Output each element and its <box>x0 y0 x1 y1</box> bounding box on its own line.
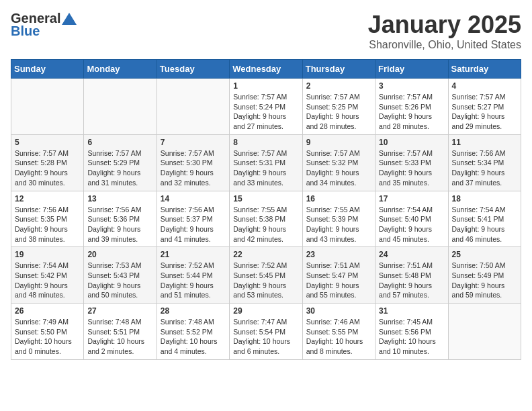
day-info: Sunrise: 7:57 AM Sunset: 5:27 PM Dayligh… <box>452 92 517 132</box>
calendar-day-cell: 23Sunrise: 7:51 AM Sunset: 5:47 PM Dayli… <box>302 247 375 304</box>
day-info: Sunrise: 7:46 AM Sunset: 5:55 PM Dayligh… <box>306 317 371 357</box>
day-info: Sunrise: 7:57 AM Sunset: 5:29 PM Dayligh… <box>87 148 152 188</box>
day-info: Sunrise: 7:45 AM Sunset: 5:56 PM Dayligh… <box>379 317 444 357</box>
weekday-header: Monday <box>84 60 157 79</box>
day-number: 6 <box>87 138 152 147</box>
day-info: Sunrise: 7:51 AM Sunset: 5:47 PM Dayligh… <box>306 261 371 300</box>
logo: General Blue <box>11 11 77 39</box>
day-number: 1 <box>233 81 298 91</box>
day-number: 5 <box>15 138 80 147</box>
calendar-day-cell: 3Sunrise: 7:57 AM Sunset: 5:26 PM Daylig… <box>375 79 448 135</box>
day-number: 8 <box>233 138 298 147</box>
day-info: Sunrise: 7:55 AM Sunset: 5:38 PM Dayligh… <box>233 205 298 244</box>
calendar-day-cell: 7Sunrise: 7:57 AM Sunset: 5:30 PM Daylig… <box>157 134 229 191</box>
calendar-day-cell: 6Sunrise: 7:57 AM Sunset: 5:29 PM Daylig… <box>84 134 157 191</box>
location-subtitle: Sharonville, Ohio, United States <box>368 39 521 51</box>
logo-icon <box>62 13 77 25</box>
day-info: Sunrise: 7:57 AM Sunset: 5:26 PM Dayligh… <box>379 92 444 132</box>
calendar-day-cell <box>448 304 521 360</box>
day-number: 2 <box>306 81 371 91</box>
calendar-day-cell: 20Sunrise: 7:53 AM Sunset: 5:43 PM Dayli… <box>84 247 157 304</box>
day-info: Sunrise: 7:51 AM Sunset: 5:48 PM Dayligh… <box>379 261 444 300</box>
day-number: 12 <box>15 194 80 203</box>
calendar-day-cell: 27Sunrise: 7:48 AM Sunset: 5:51 PM Dayli… <box>84 304 157 360</box>
calendar-day-cell: 30Sunrise: 7:46 AM Sunset: 5:55 PM Dayli… <box>302 304 375 360</box>
day-info: Sunrise: 7:49 AM Sunset: 5:50 PM Dayligh… <box>15 317 80 357</box>
day-number: 25 <box>452 250 517 259</box>
calendar-day-cell: 29Sunrise: 7:47 AM Sunset: 5:54 PM Dayli… <box>230 304 302 360</box>
weekday-header: Wednesday <box>230 60 302 79</box>
calendar-day-cell: 9Sunrise: 7:57 AM Sunset: 5:32 PM Daylig… <box>302 134 375 191</box>
day-info: Sunrise: 7:54 AM Sunset: 5:40 PM Dayligh… <box>379 205 444 244</box>
day-number: 15 <box>233 194 298 203</box>
calendar-day-cell: 22Sunrise: 7:52 AM Sunset: 5:45 PM Dayli… <box>230 247 302 304</box>
day-info: Sunrise: 7:52 AM Sunset: 5:44 PM Dayligh… <box>161 261 226 300</box>
calendar-day-cell: 24Sunrise: 7:51 AM Sunset: 5:48 PM Dayli… <box>375 247 448 304</box>
day-number: 16 <box>306 194 371 203</box>
calendar-week-row: 12Sunrise: 7:56 AM Sunset: 5:35 PM Dayli… <box>11 191 521 247</box>
logo-blue-text: Blue <box>11 24 40 39</box>
calendar-day-cell: 4Sunrise: 7:57 AM Sunset: 5:27 PM Daylig… <box>448 79 521 135</box>
calendar-day-cell: 1Sunrise: 7:57 AM Sunset: 5:24 PM Daylig… <box>230 79 302 135</box>
day-info: Sunrise: 7:57 AM Sunset: 5:30 PM Dayligh… <box>161 148 226 188</box>
day-info: Sunrise: 7:57 AM Sunset: 5:31 PM Dayligh… <box>233 148 298 188</box>
calendar-week-row: 5Sunrise: 7:57 AM Sunset: 5:28 PM Daylig… <box>11 134 521 191</box>
weekday-header: Friday <box>375 60 448 79</box>
calendar-week-row: 26Sunrise: 7:49 AM Sunset: 5:50 PM Dayli… <box>11 304 521 360</box>
day-number: 29 <box>233 306 298 316</box>
calendar-day-cell: 28Sunrise: 7:48 AM Sunset: 5:52 PM Dayli… <box>157 304 229 360</box>
day-info: Sunrise: 7:57 AM Sunset: 5:33 PM Dayligh… <box>379 148 444 188</box>
weekday-header: Thursday <box>302 60 375 79</box>
day-number: 14 <box>161 194 226 203</box>
calendar-day-cell: 11Sunrise: 7:56 AM Sunset: 5:34 PM Dayli… <box>448 134 521 191</box>
day-info: Sunrise: 7:48 AM Sunset: 5:52 PM Dayligh… <box>161 317 226 357</box>
day-number: 30 <box>306 306 371 316</box>
day-number: 28 <box>161 306 226 316</box>
svg-marker-0 <box>62 13 77 25</box>
day-number: 17 <box>379 194 444 203</box>
day-number: 22 <box>233 250 298 259</box>
weekday-header: Tuesday <box>157 60 229 79</box>
weekday-header-row: SundayMondayTuesdayWednesdayThursdayFrid… <box>11 60 521 79</box>
day-number: 21 <box>161 250 226 259</box>
calendar-day-cell: 31Sunrise: 7:45 AM Sunset: 5:56 PM Dayli… <box>375 304 448 360</box>
day-number: 10 <box>379 138 444 147</box>
calendar-day-cell <box>157 79 229 135</box>
calendar-day-cell: 5Sunrise: 7:57 AM Sunset: 5:28 PM Daylig… <box>11 134 84 191</box>
calendar-day-cell: 26Sunrise: 7:49 AM Sunset: 5:50 PM Dayli… <box>11 304 84 360</box>
calendar-day-cell: 2Sunrise: 7:57 AM Sunset: 5:25 PM Daylig… <box>302 79 375 135</box>
calendar-day-cell: 14Sunrise: 7:56 AM Sunset: 5:37 PM Dayli… <box>157 191 229 247</box>
day-info: Sunrise: 7:56 AM Sunset: 5:35 PM Dayligh… <box>15 205 80 244</box>
calendar-table: SundayMondayTuesdayWednesdayThursdayFrid… <box>11 59 521 360</box>
day-number: 24 <box>379 250 444 259</box>
day-number: 11 <box>452 138 517 147</box>
calendar-day-cell: 12Sunrise: 7:56 AM Sunset: 5:35 PM Dayli… <box>11 191 84 247</box>
calendar-day-cell: 15Sunrise: 7:55 AM Sunset: 5:38 PM Dayli… <box>230 191 302 247</box>
day-number: 23 <box>306 250 371 259</box>
day-info: Sunrise: 7:56 AM Sunset: 5:34 PM Dayligh… <box>452 148 517 188</box>
month-title: January 2025 <box>368 11 521 39</box>
calendar-day-cell: 16Sunrise: 7:55 AM Sunset: 5:39 PM Dayli… <box>302 191 375 247</box>
day-number: 9 <box>306 138 371 147</box>
calendar-day-cell <box>84 79 157 135</box>
day-info: Sunrise: 7:57 AM Sunset: 5:24 PM Dayligh… <box>233 92 298 132</box>
calendar-day-cell: 13Sunrise: 7:56 AM Sunset: 5:36 PM Dayli… <box>84 191 157 247</box>
calendar-day-cell: 19Sunrise: 7:54 AM Sunset: 5:42 PM Dayli… <box>11 247 84 304</box>
calendar-day-cell: 17Sunrise: 7:54 AM Sunset: 5:40 PM Dayli… <box>375 191 448 247</box>
day-info: Sunrise: 7:56 AM Sunset: 5:37 PM Dayligh… <box>161 205 226 244</box>
day-info: Sunrise: 7:47 AM Sunset: 5:54 PM Dayligh… <box>233 317 298 357</box>
day-info: Sunrise: 7:57 AM Sunset: 5:28 PM Dayligh… <box>15 148 80 188</box>
weekday-header: Saturday <box>448 60 521 79</box>
day-info: Sunrise: 7:55 AM Sunset: 5:39 PM Dayligh… <box>306 205 371 244</box>
calendar-week-row: 1Sunrise: 7:57 AM Sunset: 5:24 PM Daylig… <box>11 79 521 135</box>
day-number: 19 <box>15 250 80 259</box>
day-number: 4 <box>452 81 517 91</box>
day-number: 31 <box>379 306 444 316</box>
calendar-day-cell: 18Sunrise: 7:54 AM Sunset: 5:41 PM Dayli… <box>448 191 521 247</box>
calendar-day-cell: 8Sunrise: 7:57 AM Sunset: 5:31 PM Daylig… <box>230 134 302 191</box>
day-info: Sunrise: 7:50 AM Sunset: 5:49 PM Dayligh… <box>452 261 517 300</box>
day-info: Sunrise: 7:52 AM Sunset: 5:45 PM Dayligh… <box>233 261 298 300</box>
day-info: Sunrise: 7:57 AM Sunset: 5:25 PM Dayligh… <box>306 92 371 132</box>
title-area: January 2025 Sharonville, Ohio, United S… <box>368 11 521 51</box>
day-number: 18 <box>452 194 517 203</box>
